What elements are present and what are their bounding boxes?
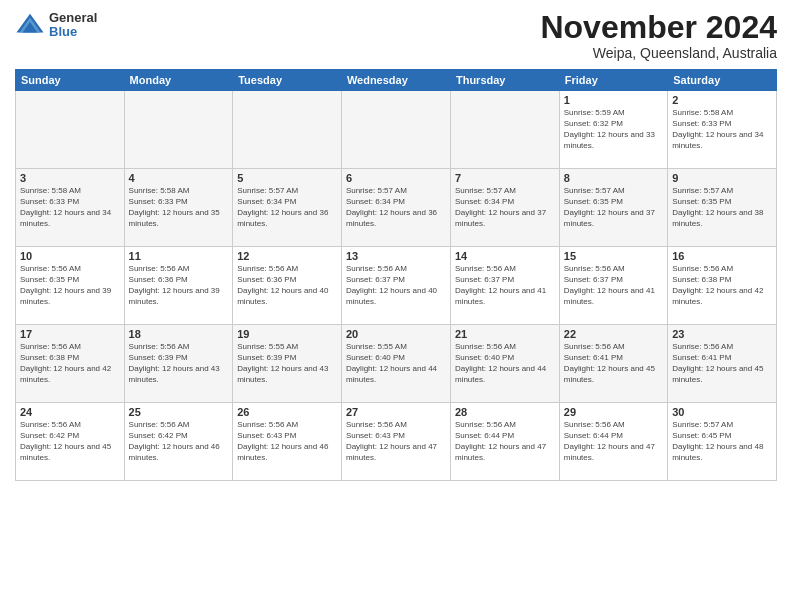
calendar-cell: 5Sunrise: 5:57 AMSunset: 6:34 PMDaylight… bbox=[233, 169, 342, 247]
day-info: Sunrise: 5:57 AMSunset: 6:34 PMDaylight:… bbox=[455, 186, 555, 229]
day-info: Sunrise: 5:56 AMSunset: 6:39 PMDaylight:… bbox=[129, 342, 229, 385]
calendar-cell bbox=[16, 91, 125, 169]
day-number: 28 bbox=[455, 406, 555, 418]
day-info: Sunrise: 5:56 AMSunset: 6:44 PMDaylight:… bbox=[564, 420, 663, 463]
calendar-cell: 10Sunrise: 5:56 AMSunset: 6:35 PMDayligh… bbox=[16, 247, 125, 325]
calendar-cell: 2Sunrise: 5:58 AMSunset: 6:33 PMDaylight… bbox=[668, 91, 777, 169]
calendar-week-row: 10Sunrise: 5:56 AMSunset: 6:35 PMDayligh… bbox=[16, 247, 777, 325]
calendar-cell: 24Sunrise: 5:56 AMSunset: 6:42 PMDayligh… bbox=[16, 403, 125, 481]
day-info: Sunrise: 5:56 AMSunset: 6:41 PMDaylight:… bbox=[672, 342, 772, 385]
day-number: 29 bbox=[564, 406, 663, 418]
day-info: Sunrise: 5:58 AMSunset: 6:33 PMDaylight:… bbox=[20, 186, 120, 229]
page: General Blue November 2024 Weipa, Queens… bbox=[0, 0, 792, 612]
location: Weipa, Queensland, Australia bbox=[540, 45, 777, 61]
day-number: 24 bbox=[20, 406, 120, 418]
day-number: 30 bbox=[672, 406, 772, 418]
calendar-cell bbox=[233, 91, 342, 169]
calendar-cell: 12Sunrise: 5:56 AMSunset: 6:36 PMDayligh… bbox=[233, 247, 342, 325]
day-number: 1 bbox=[564, 94, 663, 106]
calendar-cell bbox=[450, 91, 559, 169]
col-sunday: Sunday bbox=[16, 70, 125, 91]
day-number: 15 bbox=[564, 250, 663, 262]
calendar-cell: 21Sunrise: 5:56 AMSunset: 6:40 PMDayligh… bbox=[450, 325, 559, 403]
day-number: 9 bbox=[672, 172, 772, 184]
day-info: Sunrise: 5:56 AMSunset: 6:42 PMDaylight:… bbox=[20, 420, 120, 463]
day-info: Sunrise: 5:56 AMSunset: 6:44 PMDaylight:… bbox=[455, 420, 555, 463]
title-block: November 2024 Weipa, Queensland, Austral… bbox=[540, 10, 777, 61]
calendar-cell: 17Sunrise: 5:56 AMSunset: 6:38 PMDayligh… bbox=[16, 325, 125, 403]
day-number: 6 bbox=[346, 172, 446, 184]
calendar-week-row: 24Sunrise: 5:56 AMSunset: 6:42 PMDayligh… bbox=[16, 403, 777, 481]
day-info: Sunrise: 5:56 AMSunset: 6:35 PMDaylight:… bbox=[20, 264, 120, 307]
day-info: Sunrise: 5:57 AMSunset: 6:34 PMDaylight:… bbox=[346, 186, 446, 229]
calendar-cell bbox=[124, 91, 233, 169]
calendar-cell: 18Sunrise: 5:56 AMSunset: 6:39 PMDayligh… bbox=[124, 325, 233, 403]
logo: General Blue bbox=[15, 10, 97, 40]
day-number: 19 bbox=[237, 328, 337, 340]
day-number: 27 bbox=[346, 406, 446, 418]
col-thursday: Thursday bbox=[450, 70, 559, 91]
day-number: 21 bbox=[455, 328, 555, 340]
calendar-cell: 7Sunrise: 5:57 AMSunset: 6:34 PMDaylight… bbox=[450, 169, 559, 247]
day-info: Sunrise: 5:56 AMSunset: 6:37 PMDaylight:… bbox=[455, 264, 555, 307]
day-info: Sunrise: 5:58 AMSunset: 6:33 PMDaylight:… bbox=[129, 186, 229, 229]
calendar-cell: 3Sunrise: 5:58 AMSunset: 6:33 PMDaylight… bbox=[16, 169, 125, 247]
calendar-cell: 14Sunrise: 5:56 AMSunset: 6:37 PMDayligh… bbox=[450, 247, 559, 325]
day-info: Sunrise: 5:56 AMSunset: 6:43 PMDaylight:… bbox=[237, 420, 337, 463]
day-info: Sunrise: 5:56 AMSunset: 6:42 PMDaylight:… bbox=[129, 420, 229, 463]
day-number: 11 bbox=[129, 250, 229, 262]
logo-blue-text: Blue bbox=[49, 25, 97, 39]
col-saturday: Saturday bbox=[668, 70, 777, 91]
day-info: Sunrise: 5:56 AMSunset: 6:36 PMDaylight:… bbox=[237, 264, 337, 307]
day-info: Sunrise: 5:56 AMSunset: 6:37 PMDaylight:… bbox=[564, 264, 663, 307]
calendar-cell: 30Sunrise: 5:57 AMSunset: 6:45 PMDayligh… bbox=[668, 403, 777, 481]
day-info: Sunrise: 5:56 AMSunset: 6:38 PMDaylight:… bbox=[20, 342, 120, 385]
col-tuesday: Tuesday bbox=[233, 70, 342, 91]
day-info: Sunrise: 5:56 AMSunset: 6:38 PMDaylight:… bbox=[672, 264, 772, 307]
calendar-cell: 19Sunrise: 5:55 AMSunset: 6:39 PMDayligh… bbox=[233, 325, 342, 403]
calendar-week-row: 3Sunrise: 5:58 AMSunset: 6:33 PMDaylight… bbox=[16, 169, 777, 247]
day-number: 7 bbox=[455, 172, 555, 184]
day-number: 10 bbox=[20, 250, 120, 262]
col-monday: Monday bbox=[124, 70, 233, 91]
day-info: Sunrise: 5:56 AMSunset: 6:36 PMDaylight:… bbox=[129, 264, 229, 307]
calendar-cell: 16Sunrise: 5:56 AMSunset: 6:38 PMDayligh… bbox=[668, 247, 777, 325]
day-info: Sunrise: 5:57 AMSunset: 6:35 PMDaylight:… bbox=[672, 186, 772, 229]
day-info: Sunrise: 5:56 AMSunset: 6:43 PMDaylight:… bbox=[346, 420, 446, 463]
calendar-cell bbox=[341, 91, 450, 169]
calendar-cell: 6Sunrise: 5:57 AMSunset: 6:34 PMDaylight… bbox=[341, 169, 450, 247]
header: General Blue November 2024 Weipa, Queens… bbox=[15, 10, 777, 61]
day-info: Sunrise: 5:59 AMSunset: 6:32 PMDaylight:… bbox=[564, 108, 663, 151]
col-wednesday: Wednesday bbox=[341, 70, 450, 91]
calendar-header-row: Sunday Monday Tuesday Wednesday Thursday… bbox=[16, 70, 777, 91]
day-number: 12 bbox=[237, 250, 337, 262]
calendar-cell: 20Sunrise: 5:55 AMSunset: 6:40 PMDayligh… bbox=[341, 325, 450, 403]
day-info: Sunrise: 5:58 AMSunset: 6:33 PMDaylight:… bbox=[672, 108, 772, 151]
day-info: Sunrise: 5:57 AMSunset: 6:35 PMDaylight:… bbox=[564, 186, 663, 229]
calendar-cell: 4Sunrise: 5:58 AMSunset: 6:33 PMDaylight… bbox=[124, 169, 233, 247]
calendar-cell: 8Sunrise: 5:57 AMSunset: 6:35 PMDaylight… bbox=[559, 169, 667, 247]
month-title: November 2024 bbox=[540, 10, 777, 45]
day-number: 3 bbox=[20, 172, 120, 184]
day-number: 20 bbox=[346, 328, 446, 340]
calendar-cell: 23Sunrise: 5:56 AMSunset: 6:41 PMDayligh… bbox=[668, 325, 777, 403]
logo-general-text: General bbox=[49, 11, 97, 25]
calendar-cell: 15Sunrise: 5:56 AMSunset: 6:37 PMDayligh… bbox=[559, 247, 667, 325]
day-info: Sunrise: 5:57 AMSunset: 6:45 PMDaylight:… bbox=[672, 420, 772, 463]
calendar-cell: 29Sunrise: 5:56 AMSunset: 6:44 PMDayligh… bbox=[559, 403, 667, 481]
day-number: 25 bbox=[129, 406, 229, 418]
day-info: Sunrise: 5:55 AMSunset: 6:40 PMDaylight:… bbox=[346, 342, 446, 385]
calendar-cell: 25Sunrise: 5:56 AMSunset: 6:42 PMDayligh… bbox=[124, 403, 233, 481]
calendar-cell: 9Sunrise: 5:57 AMSunset: 6:35 PMDaylight… bbox=[668, 169, 777, 247]
day-number: 18 bbox=[129, 328, 229, 340]
day-info: Sunrise: 5:56 AMSunset: 6:37 PMDaylight:… bbox=[346, 264, 446, 307]
calendar-cell: 27Sunrise: 5:56 AMSunset: 6:43 PMDayligh… bbox=[341, 403, 450, 481]
day-number: 22 bbox=[564, 328, 663, 340]
day-number: 8 bbox=[564, 172, 663, 184]
calendar-cell: 28Sunrise: 5:56 AMSunset: 6:44 PMDayligh… bbox=[450, 403, 559, 481]
day-info: Sunrise: 5:56 AMSunset: 6:40 PMDaylight:… bbox=[455, 342, 555, 385]
col-friday: Friday bbox=[559, 70, 667, 91]
day-number: 5 bbox=[237, 172, 337, 184]
calendar-cell: 1Sunrise: 5:59 AMSunset: 6:32 PMDaylight… bbox=[559, 91, 667, 169]
logo-icon bbox=[15, 10, 45, 40]
